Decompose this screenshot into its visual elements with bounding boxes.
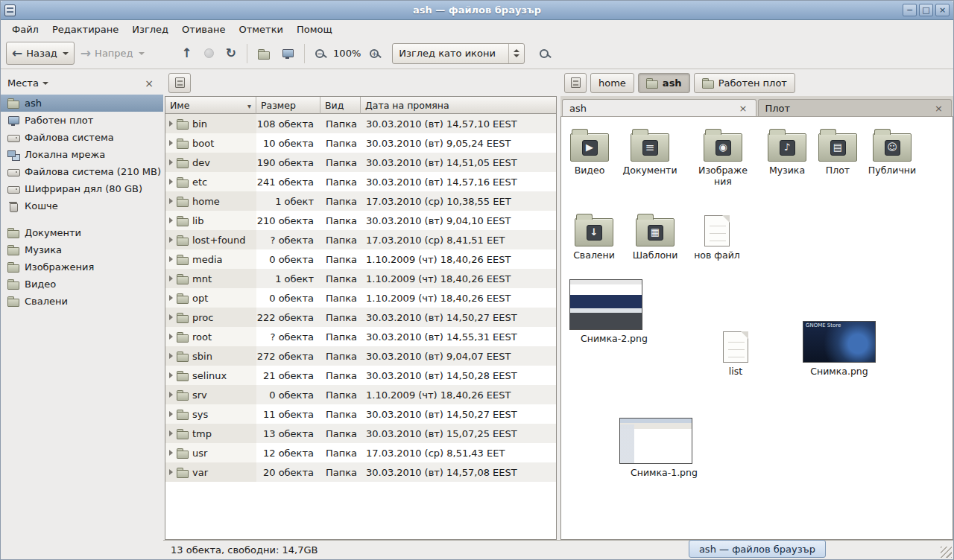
table-row[interactable]: mnt 1 обект Папка 1.10.2009 (чт) 18,40,2… [165,269,556,288]
sidebar-place-item[interactable]: Шифриран дял (80 GB) [1,180,163,197]
search-button[interactable] [534,42,555,65]
column-header-size[interactable]: Размер [256,97,320,114]
expander-icon[interactable] [169,256,173,262]
menu-item[interactable]: Изглед [125,22,175,37]
icon-item-documents[interactable]: Документи [621,127,679,176]
reload-button[interactable] [220,42,242,65]
icon-view[interactable]: Видео Документи Изображе [560,117,953,540]
icon-item-snimka[interactable]: GNOME Store Снимка.png [801,321,877,377]
zoom-in-button[interactable]: + [364,42,385,65]
computer-button[interactable] [276,42,300,65]
expander-icon[interactable] [169,314,173,320]
column-header-type[interactable]: Вид [320,97,361,114]
icon-item-images[interactable]: Изображения [695,127,751,187]
sidebar-close-icon[interactable] [142,77,157,90]
sidebar-place-item[interactable]: Файлова система (210 MB) [1,163,163,180]
view-mode-combo[interactable]: Изглед като икони [392,43,525,64]
table-row[interactable]: bin 108 обекта Папка 30.03.2010 (вт) 14,… [165,114,556,133]
icon-item-list[interactable]: list [715,328,756,377]
close-tab-icon[interactable] [933,103,944,114]
expander-icon[interactable] [169,217,173,223]
table-row[interactable]: root ? обекта Папка 30.03.2010 (вт) 14,5… [165,327,556,346]
icon-item-templates[interactable]: Шаблони [630,212,680,261]
table-row[interactable]: sys 11 обекта Папка 30.03.2010 (вт) 14,5… [165,404,556,424]
expander-icon[interactable] [169,295,173,301]
table-row[interactable]: lib 210 обекта Папка 30.03.2010 (вт) 9,0… [165,211,556,230]
column-header-name[interactable]: Име [165,97,256,114]
path-button-desktop[interactable]: Работен плот [694,73,795,93]
sidebar-bookmark-item[interactable]: Изображения [1,258,163,276]
taskbar-window-button[interactable]: ash — файлов браузър [689,540,826,558]
close-button[interactable] [935,4,950,16]
sidebar-switcher-caret-icon[interactable] [42,82,48,85]
path-button-ash[interactable]: ash [638,73,690,93]
menu-item[interactable]: Отметки [232,22,289,37]
icon-item-new-file[interactable]: нов файл [694,212,740,261]
home-button[interactable] [252,42,276,65]
expander-icon[interactable] [169,121,173,127]
sidebar-place-item[interactable]: Файлова система [1,129,163,146]
table-row[interactable]: home 1 обект Папка 17.03.2010 (ср) 10,38… [165,191,556,211]
expander-icon[interactable] [169,276,173,281]
table-row[interactable]: srv 0 обекта Папка 1.10.2009 (чт) 18,40,… [165,385,556,404]
pane-root-button[interactable] [168,73,191,93]
path-button-home[interactable]: home [590,73,634,93]
menu-item[interactable]: Отиване [175,22,232,37]
expander-icon[interactable] [169,450,173,456]
sidebar-bookmark-item[interactable]: Свалени [1,293,163,310]
sidebar-bookmark-item[interactable]: Документи [1,224,163,241]
table-row[interactable]: etc 241 обекта Папка 30.03.2010 (вт) 14,… [165,172,556,191]
tab-ash[interactable]: ash [562,99,756,116]
menu-item[interactable]: Редактиране [45,22,125,37]
table-row[interactable]: boot 10 обекта Папка 30.03.2010 (вт) 9,0… [165,133,556,153]
minimize-button[interactable] [903,4,917,16]
expander-icon[interactable] [169,430,173,436]
expander-icon[interactable] [169,334,173,340]
sidebar-bookmark-item[interactable]: Музика [1,241,163,258]
table-row[interactable]: opt 0 обекта Папка 1.10.2009 (чт) 18,40,… [165,288,556,308]
table-row[interactable]: tmp 13 обекта Папка 30.03.2010 (вт) 15,0… [165,424,556,443]
expander-icon[interactable] [169,179,173,185]
tab-plot[interactable]: Плот [758,99,953,116]
table-row[interactable]: media 0 обекта Папка 1.10.2009 (чт) 18,4… [165,249,556,269]
maximize-button[interactable] [919,4,933,16]
icon-item-downloads[interactable]: Свалени [569,212,619,261]
expander-icon[interactable] [169,140,173,146]
expander-icon[interactable] [169,237,173,243]
table-row[interactable]: usr 12 обекта Папка 17.03.2010 (ср) 8,51… [165,443,556,462]
sidebar-place-item[interactable]: ash [1,95,163,112]
sidebar-bookmark-item[interactable]: Видео [1,276,163,293]
combo-spinner-icon[interactable] [508,44,524,63]
zoom-out-button[interactable]: − [309,42,330,65]
expander-icon[interactable] [169,469,173,475]
table-row[interactable]: var 20 обекта Папка 30.03.2010 (вт) 14,5… [165,462,556,482]
icon-item-snimka2[interactable]: Снимка-2.png [569,279,643,344]
icon-item-public[interactable]: Публични [864,127,920,176]
menu-item[interactable]: Файл [5,22,45,37]
column-header-date[interactable]: Дата на промяна [361,97,556,114]
table-row[interactable]: proc 222 обекта Папка 30.03.2010 (вт) 14… [165,308,556,327]
pane-root-button[interactable] [564,73,587,93]
icon-item-video[interactable]: Видео [567,127,612,176]
sidebar-place-item[interactable]: Работен плот [1,112,163,129]
back-button[interactable]: Назад [6,42,75,65]
icon-item-snimka1[interactable]: Снимка-1.png [618,418,694,478]
titlebar[interactable]: ash — файлов браузър [1,1,953,20]
expander-icon[interactable] [169,411,173,417]
table-row[interactable]: dev 190 обекта Папка 30.03.2010 (вт) 14,… [165,153,556,172]
stop-button[interactable] [198,42,220,65]
expander-icon[interactable] [169,372,173,378]
forward-button[interactable]: Напред [75,42,151,65]
sidebar-title[interactable]: Места [7,77,39,89]
icon-item-desktop[interactable]: Плот [818,127,858,176]
expander-icon[interactable] [169,198,173,204]
table-row[interactable]: sbin 272 обекта Папка 30.03.2010 (вт) 9,… [165,346,556,366]
expander-icon[interactable] [169,159,173,165]
icon-item-music[interactable]: Музика [764,127,810,176]
expander-icon[interactable] [169,392,173,398]
up-button[interactable] [176,42,198,65]
close-tab-icon[interactable] [738,103,749,114]
table-row[interactable]: selinux 21 обекта Папка 30.03.2010 (вт) … [165,366,556,385]
sidebar-place-item[interactable]: Кошче [1,197,163,214]
expander-icon[interactable] [169,353,173,359]
